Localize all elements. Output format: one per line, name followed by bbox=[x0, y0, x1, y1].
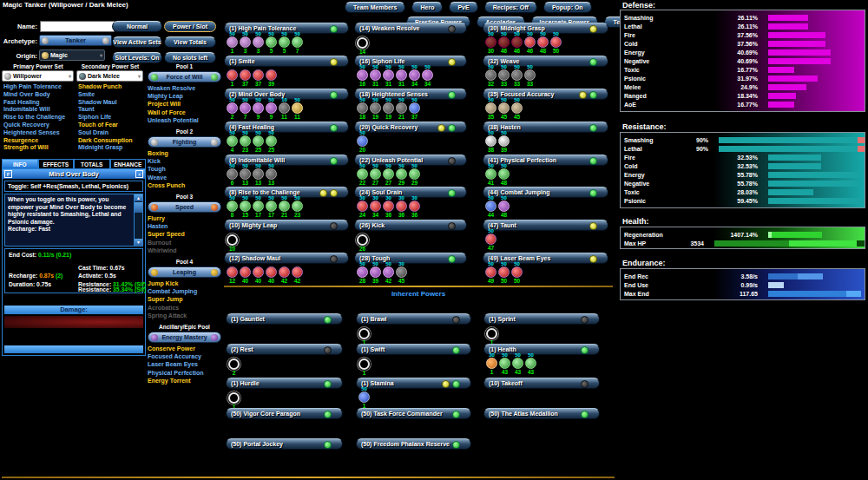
pool-header-leaping[interactable]: Leaping bbox=[148, 266, 221, 278]
enhancement-slot[interactable]: 5034 bbox=[421, 64, 434, 87]
enhancement-slot[interactable]: 5021 bbox=[395, 97, 408, 120]
pool-header-force-of-will[interactable]: Force of Will bbox=[148, 71, 221, 82]
scroll-thumb[interactable] bbox=[135, 202, 142, 213]
enhancement-slot[interactable]: 5034 bbox=[408, 64, 421, 87]
enhancement-slot[interactable]: 5019 bbox=[382, 97, 395, 120]
enhancement-slot[interactable]: 5025 bbox=[252, 130, 265, 153]
powerlist-item-touch-of-fear[interactable]: Touch of Fear bbox=[78, 122, 148, 129]
powerlist-item-conserve-power[interactable]: Conserve Power bbox=[148, 345, 221, 352]
powerlist-item-smite[interactable]: Smite bbox=[78, 91, 148, 99]
enhancement-slot[interactable]: 5018 bbox=[356, 97, 369, 120]
enhancement-slot[interactable]: 5033 bbox=[523, 64, 536, 87]
powerlist-item-soul-drain[interactable]: Soul Drain bbox=[78, 129, 148, 137]
powerlist-item-whirlwind[interactable]: Whirlwind bbox=[148, 247, 221, 254]
enhancement-slot[interactable]: 5050 bbox=[497, 261, 510, 284]
enhancement-slot[interactable]: 5029 bbox=[408, 163, 421, 186]
enhancement-slot[interactable]: 5045 bbox=[510, 97, 523, 120]
pool-header-fighting[interactable]: Fighting bbox=[148, 136, 221, 148]
enhancement-slot[interactable]: 5044 bbox=[484, 195, 497, 218]
enhancement-slot[interactable]: 5039 bbox=[369, 261, 382, 284]
button-slot-levels-on[interactable]: Slot Levels: On bbox=[112, 52, 162, 63]
enhancement-slot[interactable]: 5050 bbox=[549, 31, 562, 54]
name-input[interactable] bbox=[40, 21, 115, 32]
power-gauntlet[interactable]: (1) Gauntlet bbox=[226, 313, 343, 325]
enhancement-slot[interactable]: 509 bbox=[265, 97, 278, 120]
powerlist-item-hasten[interactable]: Hasten bbox=[148, 222, 221, 230]
popout-icon[interactable]: ✕ bbox=[135, 170, 143, 178]
enhancement-slot[interactable]: 5016 bbox=[356, 64, 369, 87]
enhancement-slot[interactable]: 10 bbox=[226, 228, 239, 252]
powerlist-item-jump-kick[interactable]: Jump Kick bbox=[148, 279, 221, 287]
powerlist-item-unleash-potential[interactable]: Unleash Potential bbox=[148, 116, 221, 124]
enhancement-slot[interactable]: 5035 bbox=[484, 97, 497, 120]
powerlist-item-dark-consumption[interactable]: Dark Consumption bbox=[78, 137, 148, 145]
enhancement-slot[interactable]: 5023 bbox=[239, 130, 252, 153]
power-takeoff[interactable]: (10) Takeoff bbox=[483, 378, 600, 389]
enhancement-slot[interactable]: 5046 bbox=[523, 31, 536, 54]
enhancement-slot[interactable]: 5046 bbox=[497, 31, 510, 54]
enhancement-slot[interactable]: 5020 bbox=[356, 130, 369, 153]
enhancement-slot[interactable]: 5021 bbox=[278, 195, 291, 218]
pool-header-speed[interactable]: Speed bbox=[148, 201, 221, 213]
power-the-atlas-medallion[interactable]: (50) The Atlas Medallion bbox=[483, 408, 600, 419]
powerlist-item-fast-healing[interactable]: Fast Healing bbox=[3, 99, 78, 107]
powerlist-item-indomitable-will[interactable]: Indomitable Will bbox=[3, 106, 78, 114]
enhancement-slot[interactable]: 5023 bbox=[291, 195, 304, 218]
powerlist-item-super-jump[interactable]: Super Jump bbox=[148, 295, 221, 303]
enhancement-slot[interactable]: 503 bbox=[239, 31, 252, 54]
enhancement-slot[interactable]: 5031 bbox=[395, 64, 408, 87]
enhancement-slot[interactable]: 5017 bbox=[265, 195, 278, 218]
powerlist-item-super-speed[interactable]: Super Speed bbox=[148, 230, 221, 238]
enhancement-slot[interactable]: 5017 bbox=[252, 195, 265, 218]
origin-select[interactable]: Magic ▾ bbox=[39, 49, 105, 61]
powerlist-item-shadow-maul[interactable]: Shadow Maul bbox=[78, 99, 148, 107]
powerlist-item-mind-over-body[interactable]: Mind Over Body bbox=[3, 91, 78, 99]
enhancement-slot[interactable]: 5031 bbox=[369, 64, 382, 87]
powerlist-item-shadow-punch[interactable]: Shadow Punch bbox=[78, 83, 148, 91]
powerlist-item-rise-to-the-challenge[interactable]: Rise to the Challenge bbox=[3, 114, 78, 122]
button-pve[interactable]: PvE bbox=[449, 2, 477, 13]
enhancement-slot[interactable]: 5039 bbox=[497, 130, 510, 153]
powerlist-item-energy-torrent[interactable]: Energy Torrent bbox=[148, 377, 221, 385]
enhancement-slot[interactable]: 508 bbox=[226, 195, 239, 218]
enhancement-slot[interactable]: 5047 bbox=[484, 228, 497, 251]
enhancement-slot[interactable]: 39 bbox=[265, 64, 278, 87]
enhancement-slot[interactable]: 5050 bbox=[510, 261, 523, 284]
powerlist-item-resurgence[interactable]: Resurgence bbox=[3, 137, 78, 145]
enhancement-slot[interactable]: 40 bbox=[252, 261, 265, 284]
enhancement-slot[interactable]: 5043 bbox=[524, 352, 537, 375]
power-task-force-commander[interactable]: (50) Task Force Commander bbox=[356, 408, 471, 419]
enhancement-slot[interactable]: 1011 bbox=[278, 97, 291, 120]
enhancement-slot[interactable]: 5013 bbox=[239, 163, 252, 186]
enhancement-slot[interactable]: 5019 bbox=[369, 97, 382, 120]
enhancement-slot[interactable]: 505 bbox=[278, 31, 291, 54]
enhancement-slot[interactable]: 501 bbox=[226, 31, 239, 54]
enhancement-slot[interactable]: 5038 bbox=[484, 130, 497, 153]
button-power-slot[interactable]: Power / Slot bbox=[164, 21, 216, 32]
enhancement-slot[interactable]: 40 bbox=[265, 261, 278, 284]
enhancement-slot[interactable]: 1 bbox=[358, 322, 371, 345]
enhancement-slot[interactable]: 40 bbox=[239, 261, 252, 284]
enhancement-slot[interactable]: 5013 bbox=[265, 163, 278, 186]
power-vigor-core-paragon[interactable]: (50) Vigor Core Paragon bbox=[226, 408, 343, 419]
enhancement-slot[interactable]: 12 bbox=[226, 261, 239, 284]
enhancement-slot[interactable]: 1 bbox=[226, 64, 239, 87]
enhancement-slot[interactable]: 5033 bbox=[510, 64, 523, 87]
button-team-members[interactable]: Team Members bbox=[345, 2, 405, 13]
enhancement-slot[interactable]: 3036 bbox=[395, 195, 408, 218]
enhancement-slot[interactable]: 5033 bbox=[497, 64, 510, 87]
favorite-button[interactable]: F bbox=[4, 170, 12, 178]
enhancement-slot[interactable]: 5027 bbox=[382, 163, 395, 186]
enhancement-slot[interactable]: 2 bbox=[227, 352, 240, 376]
tab-info[interactable]: INFO bbox=[2, 159, 38, 168]
button-recipes-off[interactable]: Recipes: Off bbox=[484, 2, 537, 13]
enhancement-slot[interactable]: 507 bbox=[291, 31, 304, 54]
powerlist-item-tough[interactable]: Tough bbox=[148, 165, 221, 173]
button-no-slots-left[interactable]: No slots left bbox=[164, 52, 216, 63]
enhancement-slot[interactable]: 1 bbox=[358, 352, 371, 376]
powerlist-item-physical-perfection[interactable]: Physical Perfection bbox=[148, 369, 221, 377]
enhancement-slot[interactable]: 5015 bbox=[239, 195, 252, 218]
enhancement-slot[interactable]: 501 bbox=[358, 386, 371, 409]
powerlist-item-spring-attack[interactable]: Spring Attack bbox=[148, 312, 221, 319]
pool-header-energy-mastery[interactable]: Energy Mastery bbox=[148, 332, 221, 343]
